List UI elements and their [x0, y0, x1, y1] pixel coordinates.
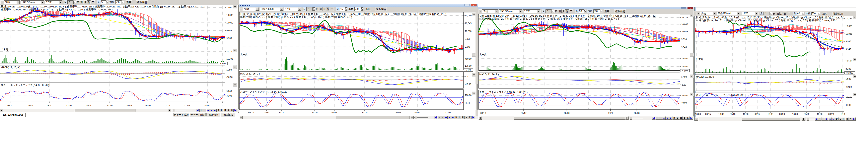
- svg-text:20:00: 20:00: [312, 111, 317, 114]
- svg-text:17.00: 17.00: [681, 76, 687, 78]
- svg-text:10,125: 10,125: [681, 16, 688, 19]
- svg-text:-10.50: -10.50: [226, 76, 232, 78]
- svg-text:10,080: 10,080: [845, 25, 852, 27]
- svg-text:12:00: 12:00: [362, 111, 367, 114]
- svg-text:40.00: 40.00: [845, 104, 851, 106]
- svg-text:22:40: 22:40: [184, 104, 190, 107]
- svg-text:9,945: 9,945: [845, 48, 851, 50]
- svg-text:90.00: 90.00: [226, 90, 232, 92]
- svg-text:16:30: 16:30: [792, 113, 798, 115]
- svg-text:9,975: 9,975: [465, 38, 470, 40]
- svg-text:03/22: 03/22: [332, 111, 337, 114]
- svg-text:16:30: 16:30: [817, 113, 823, 115]
- svg-text:10,080: 10,080: [465, 14, 471, 17]
- svg-text:12:00: 12:00: [279, 111, 284, 114]
- svg-text:250.00: 250.00: [681, 65, 688, 68]
- svg-text:× 100: × 100: [220, 62, 226, 64]
- svg-text:9,930: 9,930: [226, 37, 232, 40]
- svg-text:11.00: 11.00: [226, 69, 231, 71]
- svg-text:日経225mini 12/06( 15分, 2012/03/: 日経225mini 12/06( 15分, 2012/03/14 - 2012/…: [240, 12, 446, 16]
- svg-text:17:20: 17:20: [107, 104, 113, 107]
- svg-text:出来高: 出来高: [479, 53, 487, 56]
- svg-text:移動平均( Close, 20 ) 移動平均( Clos: 移動平均( Close, 20 ) 移動平均( Close, 75 ) 移動平均…: [479, 18, 619, 20]
- svg-text:100.00: 100.00: [845, 96, 852, 98]
- svg-text:03/23: 03/23: [205, 104, 210, 107]
- svg-text:03/22: 03/22: [608, 112, 613, 114]
- svg-text:9,990: 9,990: [845, 40, 851, 43]
- svg-text:出来高: 出来高: [1, 48, 8, 51]
- svg-text:20:00: 20:00: [145, 104, 151, 107]
- svg-text:175.00: 175.00: [465, 64, 471, 67]
- svg-text:× 1000: × 1000: [846, 72, 853, 74]
- svg-text:10,035: 10,035: [845, 32, 852, 35]
- svg-text:10:40: 10:40: [27, 104, 33, 107]
- svg-text:03/23: 03/23: [828, 113, 834, 115]
- svg-text:03/23: 03/23: [634, 112, 640, 114]
- svg-text:03/21: 03/21: [264, 111, 269, 114]
- svg-text:スロー・ストキャスティクス( 14, 3, 80, 20 ): スロー・ストキャスティクス( 14, 3, 80, 20 ): [1, 84, 49, 86]
- svg-text:13:20: 13:20: [66, 104, 71, 107]
- svg-text:03/20: 03/20: [248, 111, 254, 114]
- svg-text:10,125: 10,125: [845, 17, 852, 20]
- svg-text:日経225mini 12/06( 60分, 2012/03/: 日経225mini 12/06( 60分, 2012/03/14 - 2012/…: [696, 16, 844, 19]
- svg-text:-12.00: -12.00: [465, 83, 471, 85]
- svg-text:09:20: 09:20: [7, 104, 13, 107]
- svg-text:10,070: 10,070: [226, 6, 233, 9]
- svg-text:40.00: 40.00: [681, 102, 687, 104]
- svg-text:日経225mini 12/06( 30分, 2012/03/: 日経225mini 12/06( 30分, 2012/03/14 - 2012/…: [479, 15, 658, 17]
- svg-text:スロー・ストキャスティクス( 14, 3, 80, 20 ): スロー・ストキャスティクス( 14, 3, 80, 20 ): [479, 91, 527, 94]
- svg-text:MACD( 12, 26, 9 ): MACD( 12, 26, 9 ): [696, 76, 715, 78]
- svg-text:105.00: 105.00: [845, 60, 852, 62]
- svg-text:03/16: 03/16: [480, 112, 486, 114]
- svg-text:MACD( 12, 26, 9 ): MACD( 12, 26, 9 ): [240, 72, 260, 75]
- svg-text:35.00: 35.00: [226, 95, 232, 97]
- svg-text:10,080: 10,080: [681, 23, 688, 26]
- svg-text:03/16: 03/16: [730, 113, 736, 115]
- svg-text:9,945: 9,945: [681, 46, 687, 48]
- svg-text:03/20: 03/20: [779, 113, 785, 115]
- svg-text:日経225mini 12/06( 5分, 2012/03/2: 日経225mini 12/06( 5分, 2012/03/20 - 2012/0…: [1, 5, 205, 8]
- svg-text:100.00: 100.00: [465, 94, 471, 96]
- svg-text:12:00: 12:00: [445, 111, 451, 114]
- svg-text:460.00: 460.00: [465, 58, 471, 60]
- svg-text:16:30: 16:30: [718, 113, 724, 115]
- svg-text:115.00: 115.00: [226, 58, 233, 60]
- svg-text:16:30: 16:30: [768, 113, 773, 115]
- svg-text:14:40: 14:40: [85, 104, 91, 107]
- svg-text:9,965: 9,965: [226, 29, 232, 32]
- svg-text:03/15: 03/15: [705, 113, 711, 115]
- svg-text:16:30: 16:30: [743, 113, 748, 115]
- svg-text:-8.50: -8.50: [681, 83, 686, 86]
- svg-text:10,035: 10,035: [226, 14, 233, 16]
- svg-text:MACD( 12, 26, 9 ): MACD( 12, 26, 9 ): [1, 66, 20, 69]
- svg-text:9,940: 9,940: [465, 46, 470, 48]
- svg-text:14.00: 14.00: [845, 78, 851, 80]
- svg-text:10,035: 10,035: [681, 30, 688, 33]
- svg-text:16:30: 16:30: [695, 113, 701, 115]
- svg-text:出来高: 出来高: [240, 53, 247, 56]
- svg-text:100.00: 100.00: [681, 94, 688, 97]
- svg-text:移動平均( Close, 75 ) 移動平均( Clos: 移動平均( Close, 75 ) 移動平均( Close, 75 ) 移動平均…: [1, 8, 113, 11]
- svg-text:35.00: 35.00: [845, 68, 851, 70]
- svg-text:スロー・ストキャスティクス( 14, 3, 80, 20 ): スロー・ストキャスティクス( 14, 3, 80, 20 ): [696, 94, 744, 96]
- svg-text:03/20: 03/20: [564, 112, 569, 114]
- svg-text:移動平均( Close, 75 ) 移動平均( Clos: 移動平均( Close, 75 ) 移動平均( Close, 75 ) 移動平均…: [240, 16, 352, 19]
- svg-text:-12.50: -12.50: [845, 86, 852, 88]
- svg-text:出来高: 出来高: [696, 58, 703, 61]
- svg-text:03/23: 03/23: [414, 111, 420, 114]
- svg-text:03/17: 03/17: [754, 113, 760, 115]
- svg-text:21:20: 21:20: [164, 104, 170, 107]
- svg-text:12:00: 12:00: [46, 104, 52, 107]
- svg-text:03/17: 03/17: [521, 112, 526, 114]
- svg-text:16:3: 16:3: [840, 113, 845, 115]
- svg-text:35.00: 35.00: [465, 102, 470, 104]
- svg-text:9,990: 9,990: [681, 38, 687, 41]
- svg-text:310.00: 310.00: [226, 50, 233, 53]
- svg-text:03/22: 03/22: [804, 113, 809, 115]
- svg-text:一目均衡表( 9, 26, 52 ) 移動平均( Clo: 一目均衡表( 9, 26, 52 ) 移動平均( Close, 20 ) 移動平…: [696, 19, 838, 22]
- svg-text:10,045: 10,045: [465, 22, 471, 25]
- svg-text:MACD( 12, 26, 9 ): MACD( 12, 26, 9 ): [479, 73, 499, 76]
- svg-text:× 100: × 100: [682, 70, 688, 72]
- svg-text:10,010: 10,010: [465, 30, 471, 32]
- svg-text:10,000: 10,000: [226, 22, 233, 24]
